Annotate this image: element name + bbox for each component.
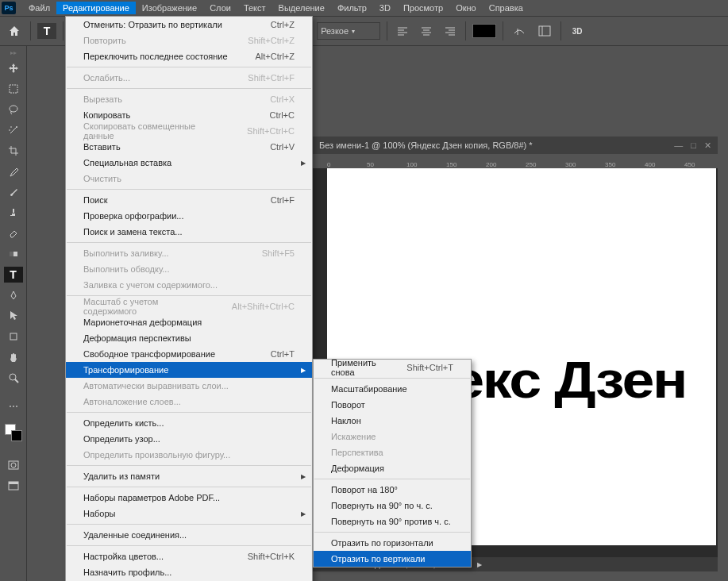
text-color-swatch[interactable]: [472, 24, 496, 38]
menuitem[interactable]: Настройка цветов...Shift+Ctrl+K: [66, 548, 312, 564]
app-icon: Ps: [2, 2, 16, 14]
menuitem[interactable]: Отменить: Отразить по вертикалиCtrl+Z: [66, 17, 312, 33]
menuitem[interactable]: Переключить последнее состояниеAlt+Ctrl+…: [66, 48, 312, 64]
menu-окно[interactable]: Окно: [449, 2, 483, 14]
zoom-tool[interactable]: [4, 370, 23, 386]
left-toolbox: ▸▸ T ⋯: [0, 46, 27, 581]
menuitem[interactable]: Масштабирование: [314, 381, 471, 397]
menuitem: ВырезатьCtrl+X: [66, 91, 312, 107]
stamp-tool[interactable]: [4, 205, 23, 221]
type-tool[interactable]: T: [4, 267, 23, 283]
menuitem[interactable]: КопироватьCtrl+C: [66, 107, 312, 123]
menu-справка[interactable]: Справка: [483, 2, 530, 14]
hand-tool[interactable]: [4, 349, 23, 365]
shape-tool[interactable]: [4, 329, 23, 344]
menuitem[interactable]: Определить кисть...: [66, 415, 312, 431]
close-icon[interactable]: ✕: [704, 140, 711, 151]
menuitem[interactable]: Определить узор...: [66, 431, 312, 447]
char-panel-icon[interactable]: [535, 21, 554, 40]
menubar: Ps ФайлРедактированиеИзображениеСлоиТекс…: [0, 0, 728, 16]
menuitem[interactable]: Удалить из памяти: [66, 468, 312, 484]
ruler-horizontal: 050100150200250300350400450500: [313, 154, 718, 168]
menuitem[interactable]: ПоискCtrl+F: [66, 192, 312, 208]
document-tab[interactable]: Без имени-1 @ 100% (Яндекс Дзен копия, R…: [313, 137, 718, 154]
menuitem: Определить произвольную фигуру...: [66, 447, 312, 463]
menuitem[interactable]: Проверка орфографии...: [66, 208, 312, 224]
align-center-icon[interactable]: [418, 22, 435, 40]
minimize-icon[interactable]: —: [674, 140, 683, 151]
menu-просмотр[interactable]: Просмотр: [397, 2, 449, 14]
menu-файл[interactable]: Файл: [22, 2, 56, 14]
text-tool-indicator[interactable]: T: [37, 23, 56, 39]
align-right-icon[interactable]: [441, 22, 459, 40]
path-select-tool[interactable]: [4, 308, 23, 324]
brush-tool[interactable]: [4, 184, 23, 200]
svg-rect-29: [9, 482, 18, 484]
menuitem[interactable]: Деформация: [314, 460, 471, 476]
antialias-dropdown[interactable]: Резкое▾: [317, 22, 380, 40]
svg-rect-16: [539, 26, 550, 36]
menuitem[interactable]: Трансформирование: [66, 362, 312, 378]
color-swatches[interactable]: [5, 424, 22, 441]
menuitem[interactable]: Назначить профиль...: [66, 564, 312, 580]
move-tool[interactable]: [4, 60, 23, 76]
svg-rect-23: [10, 333, 17, 340]
menu-изображение[interactable]: Изображение: [136, 2, 203, 14]
eraser-tool[interactable]: [4, 225, 23, 241]
handle-icon[interactable]: ▸▸: [4, 49, 23, 56]
menuitem: Скопировать совмещенные данныеShift+Ctrl…: [66, 123, 312, 139]
menuitem[interactable]: Повернуть на 90° по ч. с.: [314, 498, 471, 514]
menuitem: ПовторитьShift+Ctrl+Z: [66, 33, 312, 48]
menuitem: Автоматически выравнивать слои...: [66, 378, 312, 394]
menu-слои[interactable]: Слои: [203, 2, 237, 14]
menuitem[interactable]: Применить сноваShift+Ctrl+T: [314, 360, 471, 375]
menuitem[interactable]: Марионеточная деформация: [66, 314, 312, 330]
quickmask-icon[interactable]: [4, 457, 23, 473]
menuitem[interactable]: Наборы: [66, 506, 312, 521]
screenmode-icon[interactable]: [4, 478, 23, 494]
menuitem[interactable]: Повернуть на 90° против ч. с.: [314, 514, 471, 529]
menuitem[interactable]: Отразить по вертикали: [314, 551, 471, 567]
menuitem: Перспектива: [314, 444, 471, 460]
svg-rect-18: [10, 85, 17, 93]
menuitem[interactable]: Поворот: [314, 397, 471, 413]
svg-point-20: [16, 126, 17, 128]
menuitem[interactable]: Поиск и замена текста...: [66, 224, 312, 240]
3d-icon[interactable]: 3D: [568, 21, 587, 40]
eyedropper-tool[interactable]: [4, 164, 23, 179]
transform-submenu: Применить сноваShift+Ctrl+TМасштабирован…: [313, 359, 472, 568]
warp-text-icon[interactable]: [510, 21, 529, 40]
menuitem[interactable]: Наборы параметров Adobe PDF...: [66, 490, 312, 506]
marquee-tool[interactable]: [4, 81, 23, 97]
menuitem: Масштаб с учетом содержимогоAlt+Shift+Ct…: [66, 298, 312, 314]
menu-текст[interactable]: Текст: [237, 2, 272, 14]
menuitem[interactable]: Наклон: [314, 413, 471, 429]
menuitem[interactable]: Специальная вставка: [66, 155, 312, 171]
menu-3d[interactable]: 3D: [373, 2, 397, 14]
menuitem: Искажение: [314, 429, 471, 444]
svg-rect-22: [10, 252, 13, 256]
maximize-icon[interactable]: □: [691, 140, 696, 151]
document-title: Без имени-1 @ 100% (Яндекс Дзен копия, R…: [319, 140, 533, 150]
menuitem[interactable]: Удаленные соединения...: [66, 527, 312, 543]
status-caret[interactable]: ▶: [477, 561, 482, 568]
more-tools-icon[interactable]: ⋯: [4, 398, 23, 414]
align-left-icon[interactable]: [394, 22, 411, 40]
menuitem[interactable]: Свободное трансформированиеCtrl+T: [66, 346, 312, 362]
menu-редактирование[interactable]: Редактирование: [56, 2, 136, 14]
menuitem: Заливка с учетом содержимого...: [66, 277, 312, 293]
menuitem: Выполнить обводку...: [66, 261, 312, 277]
menu-фильтр[interactable]: Фильтр: [331, 2, 373, 14]
wand-tool[interactable]: [4, 122, 23, 138]
crop-tool[interactable]: [4, 143, 23, 159]
menuitem[interactable]: ВставитьCtrl+V: [66, 139, 312, 155]
menuitem[interactable]: Деформация перспективы: [66, 330, 312, 346]
gradient-tool[interactable]: [4, 246, 23, 262]
menuitem[interactable]: Поворот на 180°: [314, 482, 471, 498]
home-icon[interactable]: [5, 21, 24, 40]
menu-выделение[interactable]: Выделение: [272, 2, 331, 14]
pen-tool[interactable]: [4, 287, 23, 303]
svg-line-25: [15, 379, 18, 383]
lasso-tool[interactable]: [4, 102, 23, 117]
menuitem[interactable]: Отразить по горизонтали: [314, 535, 471, 551]
